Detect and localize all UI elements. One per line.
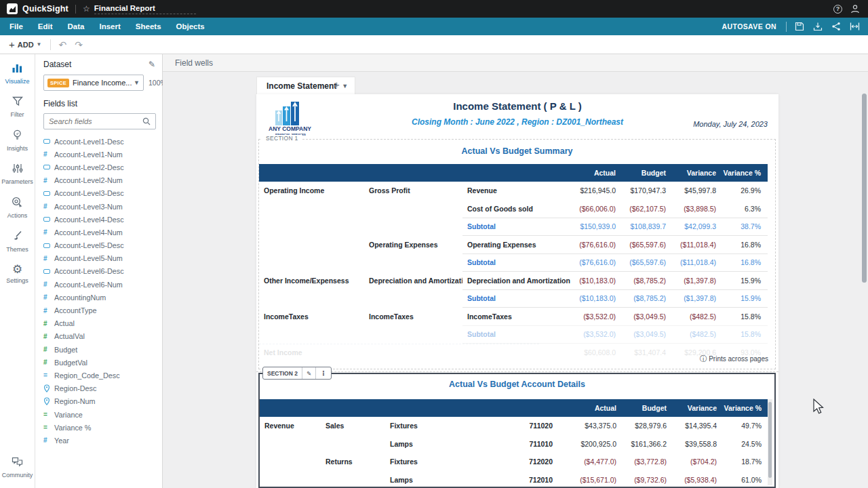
fit-width-icon[interactable] <box>850 22 860 31</box>
cell-variance: ($3,898.5) <box>671 205 722 213</box>
header-cell: Variance <box>671 169 722 177</box>
field-account-level4-desc[interactable]: Account-Level4-Desc <box>43 213 155 226</box>
search-fields-box[interactable] <box>43 113 156 129</box>
menu-item-data[interactable]: Data <box>68 22 85 30</box>
cell-level3: Fixtures <box>385 458 504 466</box>
field-accounttype[interactable]: #AccountType <box>43 304 155 317</box>
field-budgetval[interactable]: #BudgetVal <box>43 356 155 369</box>
field-account-level6-num[interactable]: #Account-Level6-Num <box>43 278 155 291</box>
search-fields-input[interactable] <box>49 117 142 125</box>
search-icon <box>142 117 151 125</box>
field-region-desc[interactable]: Region-Desc <box>43 382 155 395</box>
field-name: Account-Level5-Desc <box>54 241 124 249</box>
calculated-measure-icon: = <box>43 424 54 431</box>
menu-item-insert[interactable]: Insert <box>99 22 120 30</box>
chevron-down-icon: ▼ <box>37 41 42 47</box>
field-region-code-desc[interactable]: =Region_Code_Desc <box>43 369 155 382</box>
field-region-num[interactable]: Region-Num <box>43 395 155 408</box>
field-name: Budget <box>54 346 77 354</box>
user-icon[interactable] <box>850 4 860 14</box>
table-row: Subtotal($10,183.0)($8,785.2)($1,397.8)1… <box>259 289 768 308</box>
quicksight-logo <box>7 3 18 14</box>
menu-item-file[interactable]: File <box>9 22 23 30</box>
field-variance[interactable]: =Variance <box>43 408 155 421</box>
field-account-level2-num[interactable]: #Account-Level2-Num <box>43 174 155 187</box>
table-row: Subtotal$150,939.0$108,839.7$42,099.338.… <box>259 218 768 236</box>
text-field-icon <box>43 165 54 169</box>
cell-level3: Subtotal <box>462 294 571 302</box>
edit-dataset-icon[interactable]: ✎ <box>149 60 155 69</box>
field-account-level3-desc[interactable]: Account-Level3-Desc <box>43 187 155 200</box>
dataset-dropdown[interactable]: SPICE Finance Income... ▼ <box>43 75 144 91</box>
field-variance-[interactable]: =Variance % <box>43 421 155 434</box>
field-account-level1-desc[interactable]: Account-Level1-Desc <box>43 135 155 148</box>
cell-budget: ($65,597.6) <box>621 258 671 266</box>
actions-icon <box>12 197 23 210</box>
redo-icon[interactable]: ↷ <box>75 39 83 50</box>
save-icon[interactable] <box>795 22 804 31</box>
autosave-toggle[interactable]: AUTOSAVE ON <box>722 22 776 30</box>
field-year[interactable]: #Year <box>43 434 155 447</box>
field-name: Account-Level4-Desc <box>54 216 124 224</box>
section-2[interactable]: SECTION 2 ✎ ⋮ Actual Vs Budget Account D… <box>258 373 776 488</box>
rail-item-label: Visualize <box>5 78 30 85</box>
rail-item-community[interactable]: Community <box>2 457 33 479</box>
cell-level1: Other Income/Expensess <box>259 277 364 285</box>
menu-item-edit[interactable]: Edit <box>38 22 53 30</box>
cell-account-number: 712020 <box>504 458 572 466</box>
add-sheet-icon[interactable]: + <box>334 79 340 90</box>
field-account-level5-desc[interactable]: Account-Level5-Desc <box>43 239 155 252</box>
cell-level3: Lamps <box>385 440 504 448</box>
rail-item-label: Community <box>2 472 33 479</box>
menu-item-objects[interactable]: Objects <box>176 22 205 30</box>
favorite-star-icon[interactable]: ☆ <box>83 4 90 14</box>
number-field-icon: # <box>43 255 54 262</box>
field-name: Variance <box>54 411 83 419</box>
rail-item-parameters[interactable]: Parameters <box>1 163 33 185</box>
field-name: Region-Num <box>54 397 96 405</box>
cell-actual: ($66,006.0) <box>571 205 621 213</box>
add-button[interactable]: + ADD ▼ <box>9 39 42 50</box>
field-actual[interactable]: #Actual <box>43 317 155 330</box>
share-icon[interactable] <box>831 22 841 31</box>
rail-item-filter[interactable]: Filter <box>11 96 24 118</box>
field-account-level5-num[interactable]: #Account-Level5-Num <box>43 252 155 265</box>
cell-actual: ($10,183.0) <box>571 277 621 285</box>
cell-level3: Subtotal <box>462 330 571 338</box>
rail-item-actions[interactable]: Actions <box>7 197 28 219</box>
rail-item-insights[interactable]: Insights <box>7 129 28 152</box>
undo-icon[interactable]: ↶ <box>59 39 67 50</box>
field-account-level6-desc[interactable]: Account-Level6-Desc <box>43 265 155 278</box>
scrollbar-thumb[interactable] <box>768 402 772 478</box>
field-actualval[interactable]: #ActualVal <box>43 330 155 343</box>
menu-item-sheets[interactable]: Sheets <box>136 22 161 30</box>
rail-item-visualize[interactable]: Visualize <box>5 62 30 85</box>
field-accountingnum[interactable]: #AccountingNum <box>43 291 155 304</box>
measure-field-icon: # <box>43 320 54 327</box>
rail-item-label: Actions <box>7 212 28 219</box>
section-1-label: SECTION 1 <box>262 135 302 142</box>
field-account-level3-num[interactable]: #Account-Level3-Num <box>43 200 155 213</box>
field-budget[interactable]: #Budget <box>43 343 155 356</box>
export-icon[interactable] <box>813 22 823 31</box>
help-icon[interactable]: ? <box>833 5 842 14</box>
field-name: AccountingNum <box>54 293 106 302</box>
summary-table: ActualBudgetVarianceVariance %Operating … <box>259 164 768 361</box>
section-menu-icon[interactable]: ⋮ <box>315 367 331 379</box>
field-account-level2-desc[interactable]: Account-Level2-Desc <box>43 161 155 174</box>
field-wells-bar[interactable]: Field wells <box>163 54 868 72</box>
rail-item-settings[interactable]: ⚙Settings <box>6 264 28 284</box>
sheet-tab-income-statement[interactable]: Income Statement ▼ <box>256 77 355 94</box>
edit-section-icon[interactable]: ✎ <box>302 367 315 379</box>
report-date: Monday, July 24, 2023 <box>693 120 768 128</box>
cell-actual: $60,608.0 <box>571 348 621 357</box>
cell-budget: $161,366.2 <box>622 440 672 448</box>
section-1-title: Actual Vs Budget Summary <box>259 146 775 156</box>
section-2-scrollbar[interactable] <box>768 399 772 485</box>
field-account-level1-num[interactable]: #Account-Level1-Num <box>43 148 155 161</box>
field-account-level4-num[interactable]: #Account-Level4-Num <box>43 226 155 239</box>
rail-item-themes[interactable]: Themes <box>6 230 28 253</box>
canvas-scrollbar[interactable] <box>862 94 867 283</box>
document-title[interactable]: Financial Report <box>94 4 196 14</box>
section-1[interactable]: SECTION 1 Actual Vs Budget Summary Actua… <box>258 139 776 369</box>
